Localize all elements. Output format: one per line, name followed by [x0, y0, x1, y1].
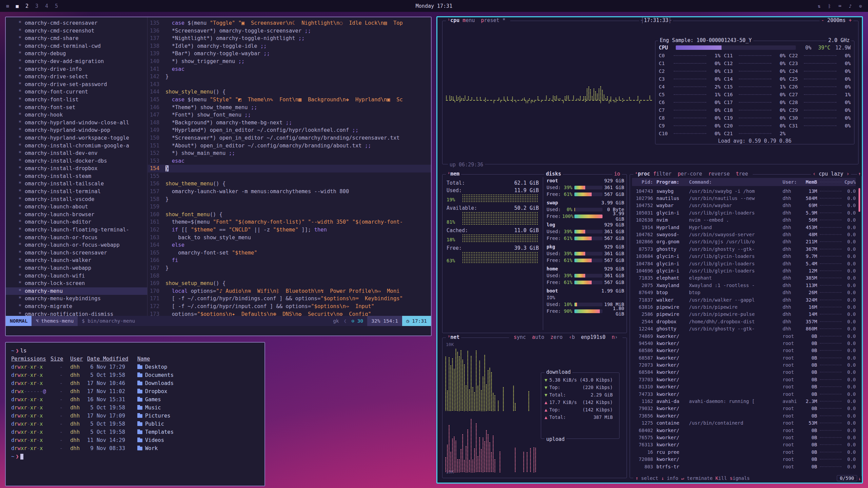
file-list-item[interactable]: * omarchy-launch-walker — [6, 257, 147, 264]
file-list-item[interactable]: * omarchy-launch-webapp — [6, 264, 147, 272]
process-row[interactable]: 74733kworker/root0B0.0 — [632, 390, 856, 398]
file-list-item[interactable]: * omarchy-dev-add-migration — [6, 58, 147, 65]
file-list-item[interactable]: * omarchy-hyprland-workspace-toggle — [6, 134, 147, 142]
process-row[interactable]: 72073kworker/root0B0.0 — [632, 361, 856, 368]
reverse-button[interactable]: reverse — [705, 171, 733, 177]
file-list-item[interactable]: * omarchy-font-current — [6, 88, 147, 96]
file-list-pane[interactable]: * omarchy-cmd-screensaver * omarchy-cmd-… — [6, 17, 147, 316]
filter-button[interactable]: filter — [650, 171, 674, 177]
process-row[interactable]: 1162avahi-daavahi-daemon: running [avahi… — [632, 398, 856, 405]
process-row[interactable]: 68402kworker/root0B0.0 — [632, 427, 856, 434]
file-list-item[interactable]: * omarchy-migrate — [6, 303, 147, 310]
file-row[interactable]: drwxr-xr-x-dhh 5 Oct 19:58Templates — [11, 428, 259, 436]
file-list-item[interactable]: * omarchy-launch-floating-terminal- — [6, 226, 147, 234]
process-row[interactable]: 79032kworker/root0B0.0 — [632, 405, 856, 412]
file-row[interactable]: drwxr-xr-x-dhh 9 Nov 08:33Work — [11, 444, 259, 452]
net-auto-button[interactable]: auto — [529, 334, 547, 340]
process-row[interactable]: 68584kworker/root0B0.0 — [632, 369, 856, 376]
file-list-item[interactable]: * omarchy-hook — [6, 111, 147, 119]
process-row[interactable]: 104743swaybg/usr/bin/swaybg -i /homdhh13… — [632, 187, 856, 195]
footer-keybind[interactable]: ↑ select — [635, 475, 658, 481]
process-row[interactable]: 2544dropbox/home/dhh/.dropbox-distdhh357… — [632, 318, 856, 325]
file-list-item[interactable]: * omarchy-lock-screen — [6, 280, 147, 287]
process-row[interactable]: 81310kworker/root0B0.0 — [632, 383, 856, 390]
workspace-3[interactable]: 3 — [35, 3, 38, 9]
disks-io-toggle[interactable]: io — [612, 171, 622, 177]
process-row[interactable]: 104784glycin-i/usr/lib/glycin-loadersdhh… — [632, 260, 856, 267]
file-row[interactable]: drwx------@-dhh17 Nov 11:02Dropbox — [11, 387, 259, 395]
file-row[interactable]: drwxr-xr-x-dhh 5 Oct 19:58Music — [11, 404, 259, 412]
process-sort[interactable]: ‹ cpu lazy › — [811, 171, 851, 177]
net-enp191s0-button[interactable]: enp191s0 — [578, 334, 609, 340]
file-list-item[interactable]: * omarchy-font-set — [6, 104, 147, 111]
file-row[interactable]: drwxr-xr-x-dhh 5 Oct 19:58Public — [11, 420, 259, 428]
file-list-item[interactable]: * omarchy-install-terminal — [6, 188, 147, 196]
file-list-item[interactable]: * omarchy-hyprland-window-pop — [6, 126, 147, 134]
net-b-button[interactable]: ‹b — [566, 334, 578, 340]
process-row[interactable]: 76575kworker/root0B0.0 — [632, 434, 856, 441]
file-row[interactable]: drwxr-xr-x-dhh17 Nov 17:09Pictures — [11, 412, 259, 420]
footer-keybind[interactable]: Kill — [715, 475, 727, 481]
file-row[interactable]: drwxr-xr-x-dhh17 Nov 10:46Downloads — [11, 379, 259, 387]
process-row[interactable]: 104696glycin-i/usr/lib/glycin-loadersdhh… — [632, 267, 856, 274]
active-workspace-icon[interactable]: ■ — [16, 3, 18, 9]
prompt-line[interactable]: ~❯ — [11, 452, 259, 461]
process-column-header[interactable]: Command: — [689, 179, 783, 185]
process-row[interactable]: 2586pipewire/usr/bin/pipewire-pulsedhh14… — [632, 311, 856, 318]
terminal-window[interactable]: ~❯lsPermissionsSizeUserDate ModifiedName… — [5, 342, 265, 486]
file-list-item[interactable]: * omarchy-launch-editor — [6, 218, 147, 226]
bluetooth-icon[interactable]: ᛒ — [828, 3, 831, 9]
file-list-item[interactable]: * omarchy-install-docker-dbs — [6, 157, 147, 165]
process-row[interactable]: 2075XwaylandXwayland :1 -rootless -dhh11… — [632, 282, 856, 289]
process-row[interactable]: 1275containe/usr/bin/containerdroot53M0.… — [632, 420, 856, 427]
process-row[interactable]: 16rcu_preeroot0B0.0 — [632, 448, 856, 455]
workspace-5[interactable]: 5 — [55, 3, 58, 9]
process-row[interactable]: 73703kworker/root0B0.0 — [632, 376, 856, 383]
menu-button[interactable]: menu — [459, 17, 478, 23]
interval-plus-button[interactable]: + — [849, 17, 852, 23]
interval-minus-button[interactable]: - — [821, 17, 824, 23]
keyboard-icon[interactable]: ⌨ — [839, 3, 841, 9]
file-list-item[interactable]: * omarchy-cmd-screenshot — [6, 27, 147, 35]
file-list-item[interactable]: * omarchy-launch-wifi — [6, 272, 147, 280]
process-row[interactable]: 71835elephantelephantdhh385M0.0 — [632, 274, 856, 282]
file-list-item[interactable]: * omarchy-font-list — [6, 96, 147, 104]
process-row[interactable]: 102796nautilus/usr/bin/nautilus --newdhh… — [632, 195, 856, 202]
process-scrollbar[interactable] — [859, 188, 860, 212]
workspace-4[interactable]: 4 — [45, 3, 48, 9]
process-row[interactable]: 104762swayosd-/usr/bin/swayosd-serverdhh… — [632, 231, 856, 238]
power-icon[interactable]: ⊙ — [859, 3, 862, 9]
file-row[interactable]: drwxr-xr-x-dhh 6 Nov 17:29Desktop — [11, 363, 259, 371]
file-list-item[interactable]: * omarchy-launch-about — [6, 203, 147, 211]
volume-icon[interactable]: ♪ — [849, 3, 851, 9]
file-list-item[interactable]: * omarchy-install-dropbox — [6, 165, 147, 172]
process-row[interactable]: 63816pipewire/usr/bin/pipewiredhh16M0.0 — [632, 303, 856, 310]
file-list-item[interactable]: * omarchy-install-steam — [6, 172, 147, 180]
file-list-item[interactable]: * omarchy-launch-screensaver — [6, 249, 147, 257]
process-row[interactable]: 68586kworker/root0B0.0 — [632, 347, 856, 354]
file-list-item[interactable]: * omarchy-drive-select — [6, 73, 147, 81]
process-column-header[interactable]: User: — [783, 179, 802, 185]
file-list-item[interactable]: * omarchy-drive-info — [6, 65, 147, 73]
process-column-header[interactable]: Program: — [656, 179, 686, 185]
process-row[interactable]: 1914HyprlandHyprlanddhh453M0.0 — [632, 224, 856, 231]
file-list-item[interactable]: * omarchy-menu-keybindings — [6, 295, 147, 303]
preset-button[interactable]: preset * — [478, 17, 509, 23]
net-n-button[interactable]: n› — [609, 334, 621, 340]
file-list-item[interactable]: * omarchy-notification-dismiss — [6, 310, 147, 316]
net-zero-button[interactable]: zero — [547, 334, 566, 340]
file-list-item[interactable]: * omarchy-debug — [6, 50, 147, 58]
process-row[interactable]: 74869kworker/root0B0.0 — [632, 332, 856, 340]
process-row[interactable]: 102866org.gnom/usr/bin/gjs /usr/lib/odhh… — [632, 238, 856, 245]
process-row[interactable]: 102638nvimnvim --embed .dhh56M0.0 — [632, 217, 856, 224]
file-list-item[interactable]: * omarchy-install-tailscale — [6, 180, 147, 188]
net-sync-button[interactable]: sync — [511, 334, 529, 340]
file-list-item[interactable]: * omarchy-launch-browser — [6, 211, 147, 219]
process-row[interactable]: 104752waybar/usr/bin/waybardhh69M0.0 — [632, 202, 856, 209]
process-row[interactable]: 12244ghostty/usr/bin/ghostty --gtk-dhh86… — [632, 325, 856, 332]
process-table-header[interactable]: Pid:Program:Command:User:MemBCpu% — [632, 178, 856, 186]
file-list-item[interactable]: * omarchy-cmd-terminal-cwd — [6, 42, 147, 50]
footer-keybind[interactable]: ↓ info — [661, 475, 678, 481]
scroll-up-arrow[interactable]: ↑ — [857, 171, 862, 176]
footer-keybind[interactable]: signals — [730, 475, 750, 481]
